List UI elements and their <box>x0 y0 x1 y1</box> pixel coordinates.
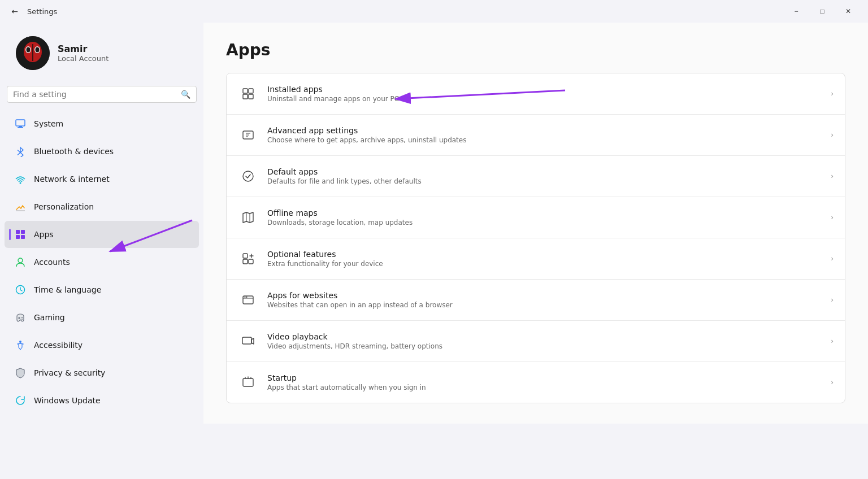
sidebar-item-label: Personalization <box>34 202 94 211</box>
apps-icon <box>14 228 27 241</box>
sidebar-item-gaming[interactable]: Gaming <box>5 304 199 331</box>
svg-point-4 <box>27 47 31 53</box>
svg-point-44 <box>246 297 248 298</box>
privacy-icon <box>14 366 27 380</box>
sidebar-item-label: Privacy & security <box>34 368 105 377</box>
svg-rect-16 <box>16 235 20 239</box>
default-apps-row[interactable]: Default apps Defaults for file and link … <box>227 156 845 197</box>
svg-rect-7 <box>16 120 25 126</box>
video-playback-chevron: › <box>831 337 834 345</box>
sidebar-item-update[interactable]: Windows Update <box>5 387 199 414</box>
svg-point-23 <box>21 319 23 320</box>
svg-rect-46 <box>243 378 253 386</box>
svg-rect-8 <box>19 126 22 127</box>
sidebar-item-label: Gaming <box>34 313 65 322</box>
optional-features-title: Optional features <box>267 250 822 259</box>
personalization-icon <box>14 200 27 214</box>
optional-features-icon <box>238 249 258 269</box>
svg-rect-27 <box>243 94 248 99</box>
video-playback-text: Video playback Video adjustments, HDR st… <box>267 332 822 350</box>
default-apps-text: Default apps Defaults for file and link … <box>267 167 822 185</box>
sidebar-item-label: Accounts <box>34 258 70 267</box>
svg-rect-41 <box>249 259 253 264</box>
back-button[interactable]: ← <box>7 3 23 19</box>
offline-maps-icon <box>238 207 258 228</box>
offline-maps-row[interactable]: Offline maps Downloads, storage location… <box>227 197 845 238</box>
search-container: 🔍 <box>0 81 203 110</box>
optional-features-subtitle: Extra functionality for your device <box>267 260 822 268</box>
sidebar-item-label: Accessibility <box>34 341 83 350</box>
default-apps-title: Default apps <box>267 167 822 176</box>
sidebar-item-network[interactable]: Network & internet <box>5 166 199 193</box>
default-apps-chevron: › <box>831 172 834 180</box>
default-apps-subtitle: Defaults for file and link types, other … <box>267 177 822 185</box>
advanced-settings-text: Advanced app settings Choose where to ge… <box>267 126 822 144</box>
sidebar-item-accessibility[interactable]: Accessibility <box>5 332 199 359</box>
optional-features-chevron: › <box>831 255 834 263</box>
sidebar-item-label: Bluetooth & devices <box>34 147 114 156</box>
close-button[interactable]: ✕ <box>835 0 861 23</box>
titlebar-title: Settings <box>27 7 57 16</box>
video-playback-title: Video playback <box>267 332 822 341</box>
sidebar-item-label: Apps <box>34 230 54 239</box>
sidebar-item-apps[interactable]: Apps <box>5 221 199 248</box>
startup-text: Startup Apps that start automatically wh… <box>267 373 822 391</box>
advanced-settings-title: Advanced app settings <box>267 126 822 135</box>
minimize-button[interactable]: − <box>783 0 809 23</box>
startup-chevron: › <box>831 378 834 386</box>
optional-features-text: Optional features Extra functionality fo… <box>267 250 822 268</box>
sidebar-item-system[interactable]: System <box>5 110 199 137</box>
apps-for-websites-row[interactable]: Apps for websites Websites that can open… <box>227 280 845 321</box>
video-playback-subtitle: Video adjustments, HDR streaming, batter… <box>267 342 822 350</box>
apps-for-websites-text: Apps for websites Websites that can open… <box>267 291 822 309</box>
default-apps-icon <box>238 166 258 186</box>
apps-for-websites-subtitle: Websites that can open in an app instead… <box>267 301 822 309</box>
svg-marker-34 <box>243 212 253 223</box>
apps-for-websites-icon <box>238 290 258 310</box>
system-icon <box>14 117 27 130</box>
sidebar-item-label: Windows Update <box>34 396 101 405</box>
advanced-app-settings-row[interactable]: Advanced app settings Choose where to ge… <box>227 115 845 156</box>
sidebar: Samir Local Account 🔍 <box>0 23 203 424</box>
gaming-icon <box>14 311 27 324</box>
offline-maps-text: Offline maps Downloads, storage location… <box>267 208 822 227</box>
time-icon <box>14 283 27 297</box>
sidebar-item-label: Network & internet <box>34 175 110 184</box>
accessibility-icon <box>14 338 27 352</box>
offline-maps-chevron: › <box>831 214 834 221</box>
startup-icon <box>238 372 258 393</box>
search-icon: 🔍 <box>181 90 190 99</box>
user-profile[interactable]: Samir Local Account <box>5 25 199 79</box>
sidebar-item-privacy[interactable]: Privacy & security <box>5 359 199 386</box>
installed-apps-text: Installed apps Uninstall and manage apps… <box>267 85 822 103</box>
svg-rect-25 <box>243 89 248 93</box>
titlebar: ← Settings − □ ✕ <box>0 0 868 23</box>
sidebar-item-accounts[interactable]: Accounts <box>5 249 199 276</box>
advanced-settings-subtitle: Choose where to get apps, archive apps, … <box>267 136 822 144</box>
svg-rect-26 <box>249 89 253 93</box>
window-controls: − □ ✕ <box>783 0 861 23</box>
installed-apps-row[interactable]: Installed apps Uninstall and manage apps… <box>227 73 845 115</box>
optional-features-row[interactable]: Optional features Extra functionality fo… <box>227 238 845 280</box>
sidebar-item-bluetooth[interactable]: Bluetooth & devices <box>5 138 199 165</box>
user-subtitle: Local Account <box>58 54 108 63</box>
apps-for-websites-chevron: › <box>831 296 834 304</box>
search-input[interactable] <box>13 90 176 99</box>
network-icon <box>14 172 27 186</box>
installed-apps-chevron: › <box>831 90 834 98</box>
sidebar-nav: System Bluetooth & devices <box>0 110 203 415</box>
svg-point-22 <box>21 317 23 318</box>
video-playback-row[interactable]: Video playback Video adjustments, HDR st… <box>227 321 845 362</box>
startup-row[interactable]: Startup Apps that start automatically wh… <box>227 362 845 403</box>
accounts-icon <box>14 255 27 269</box>
sidebar-item-time[interactable]: Time & language <box>5 276 199 303</box>
sidebar-item-personalization[interactable]: Personalization <box>5 193 199 220</box>
offline-maps-subtitle: Downloads, storage location, map updates <box>267 219 822 227</box>
user-name: Samir <box>58 43 108 54</box>
svg-point-33 <box>243 171 253 181</box>
svg-rect-45 <box>242 337 251 344</box>
svg-point-18 <box>18 258 23 263</box>
svg-rect-9 <box>18 127 23 128</box>
main-layout: Samir Local Account 🔍 <box>0 23 868 424</box>
maximize-button[interactable]: □ <box>809 0 835 23</box>
